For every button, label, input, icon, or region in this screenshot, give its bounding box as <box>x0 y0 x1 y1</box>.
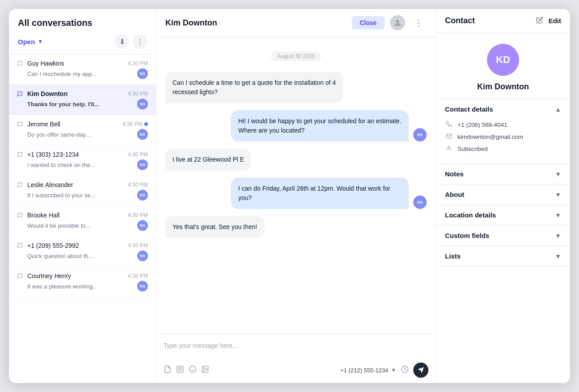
agent-avatar: NS <box>137 129 148 140</box>
section-header-lists[interactable]: Lists ▼ <box>436 246 570 266</box>
chevron-icon-lists: ▼ <box>555 253 561 260</box>
conversation-item[interactable]: Brooke Hall 4:30 PM Would it be possible… <box>9 206 156 237</box>
conv-time: 4:30 PM <box>128 242 148 249</box>
contact-header: Contact Edit <box>436 9 570 33</box>
incoming-bubble: Yes that's great. See you then! <box>165 216 264 238</box>
conv-content: Guy Hawkins 4:30 PM Can I reschedule my … <box>27 60 148 79</box>
conv-name: +1 (209) 555-2992 <box>27 242 79 249</box>
conv-name: Guy Hawkins <box>27 60 64 67</box>
conv-time: 4:30 PM <box>128 212 148 218</box>
agent-avatar: NS <box>137 68 148 79</box>
contact-details-header[interactable]: Contact details ▲ <box>436 99 570 119</box>
section-header-notes[interactable]: Notes ▼ <box>436 164 570 184</box>
emoji-button[interactable] <box>189 365 197 375</box>
conversations-list: Guy Hawkins 4:30 PM Can I reschedule my … <box>9 54 156 383</box>
message-input[interactable] <box>164 340 428 356</box>
app-container: All conversations Open ▼ ⬇ ⋮ <box>9 9 570 383</box>
section-header-location[interactable]: Location details ▼ <box>436 205 570 225</box>
conv-preview: Thanks for your help. I'll... <box>27 101 134 108</box>
conversation-item[interactable]: Courtney Henry 4:30 PM It was a pleasure… <box>9 267 156 297</box>
conv-name: Kim Downton <box>27 90 67 97</box>
phone-selector-button[interactable]: +1 (212) 555-1234 ▼ <box>340 367 396 374</box>
svg-point-9 <box>203 367 204 368</box>
conversation-item[interactable]: Guy Hawkins 4:30 PM Can I reschedule my … <box>9 54 156 85</box>
agent-avatar: NS <box>137 250 148 261</box>
close-button[interactable]: Close <box>352 16 385 29</box>
chat-icon <box>17 182 23 189</box>
chevron-icon-custom: ▼ <box>555 232 561 239</box>
section-title-custom: Custom fields <box>445 232 489 239</box>
message-row: I can do Friday, April 26th at 12pm. Wou… <box>165 178 427 209</box>
section-about: About ▼ <box>436 184 570 205</box>
phone-row: +1 (206) 568-4041 <box>445 121 561 129</box>
agent-message-avatar: NS <box>413 196 427 209</box>
conv-content: Jerome Bell 4:30 PM Do you offer same-da… <box>27 121 148 140</box>
chat-contact-name: Kim Downton <box>165 18 346 28</box>
chevron-icon-location: ▼ <box>555 212 561 219</box>
conversation-item[interactable]: Kim Downton 4:30 PM Thanks for your help… <box>9 85 156 115</box>
conversation-item[interactable]: Leslie Alexander 4:30 PM If I subscribed… <box>9 176 156 206</box>
section-header-about[interactable]: About ▼ <box>436 184 570 204</box>
contact-profile: KD Kim Downton <box>436 33 570 99</box>
more-icon: ⋮ <box>136 38 143 46</box>
section-location: Location details ▼ <box>436 205 570 225</box>
unread-dot <box>144 122 148 126</box>
conv-top: Brooke Hall 4:30 PM <box>27 212 148 219</box>
open-filter-button[interactable]: Open ▼ <box>18 38 43 46</box>
send-button[interactable] <box>413 363 428 378</box>
header-avatar <box>390 15 405 30</box>
incoming-bubble: I live at 22 Gleewood Pl E <box>165 149 251 171</box>
messages-area: August 30 2023 Can I schedule a time to … <box>156 37 436 334</box>
text-format-button[interactable] <box>176 365 184 375</box>
edit-button[interactable]: Edit <box>549 17 561 25</box>
attachment-button[interactable] <box>164 365 172 375</box>
conversation-item[interactable]: +1 (303) 123-1234 4:30 PM I wanted to ch… <box>9 146 156 176</box>
conv-preview-row: If I subscribed to your se... NS <box>27 190 148 200</box>
conv-time: 4:30 PM <box>122 121 148 127</box>
agent-avatar: NS <box>137 190 148 200</box>
conv-content: Courtney Henry 4:30 PM It was a pleasure… <box>27 272 148 292</box>
conv-name: Brooke Hall <box>27 212 59 219</box>
conv-top: Courtney Henry 4:30 PM <box>27 272 148 279</box>
image-button[interactable] <box>201 365 209 375</box>
conv-preview: Quick question about th... <box>27 253 134 259</box>
conv-preview-row: Do you offer same-day... NS <box>27 129 148 140</box>
conv-preview: It was a pleasure working... <box>27 283 134 290</box>
chat-icon <box>17 61 23 68</box>
conv-preview-row: Quick question about th... NS <box>27 250 148 261</box>
contact-panel-title: Contact <box>445 16 475 25</box>
section-notes: Notes ▼ <box>436 164 570 184</box>
section-header-custom[interactable]: Custom fields ▼ <box>436 225 570 246</box>
left-panel: All conversations Open ▼ ⬇ ⋮ <box>9 9 156 383</box>
conv-time: 4:30 PM <box>128 182 148 188</box>
schedule-button[interactable] <box>401 365 409 375</box>
conv-preview-row: Thanks for your help. I'll... NS <box>27 99 148 109</box>
conversation-item[interactable]: +1 (209) 555-2992 4:30 PM Quick question… <box>9 237 156 267</box>
conversations-title: All conversations <box>18 18 147 28</box>
conversation-item[interactable]: Jerome Bell 4:30 PM Do you offer same-da… <box>9 115 156 146</box>
more-options-button[interactable]: ⋮ <box>133 34 147 49</box>
conv-preview-row: I wanted to check on the... NS <box>27 159 148 170</box>
conv-content: Brooke Hall 4:30 PM Would it be possible… <box>27 212 148 231</box>
section-title-location: Location details <box>445 211 496 219</box>
contact-details-chevron: ▲ <box>555 106 561 113</box>
pencil-icon-button[interactable] <box>536 17 543 25</box>
subscription-value: Subscribed <box>457 146 488 152</box>
right-header-actions: Edit <box>536 17 561 25</box>
conv-preview-row: It was a pleasure working... NS <box>27 281 148 292</box>
download-button[interactable]: ⬇ <box>115 34 129 49</box>
section-title-lists: Lists <box>445 252 461 260</box>
agent-message-avatar: NS <box>413 128 427 142</box>
input-toolbar: +1 (212) 555-1234 ▼ <box>164 363 428 378</box>
contact-avatar: KD <box>487 44 519 76</box>
conv-preview: Would it be possible to... <box>27 222 134 229</box>
chevron-icon-notes: ▼ <box>555 171 561 178</box>
conv-content: Kim Downton 4:30 PM Thanks for your help… <box>27 90 148 109</box>
phone-number-label: +1 (212) 555-1234 <box>340 367 388 374</box>
outgoing-bubble: Hi! I would be happy to get your schedul… <box>231 110 409 142</box>
chat-header: Kim Downton Close ⋮ <box>156 9 436 37</box>
conv-time: 4:30 PM <box>128 151 148 158</box>
conv-preview-row: Would it be possible to... NS <box>27 220 148 231</box>
header-more-button[interactable]: ⋮ <box>411 16 427 30</box>
conv-top: +1 (303) 123-1234 4:30 PM <box>27 151 148 158</box>
